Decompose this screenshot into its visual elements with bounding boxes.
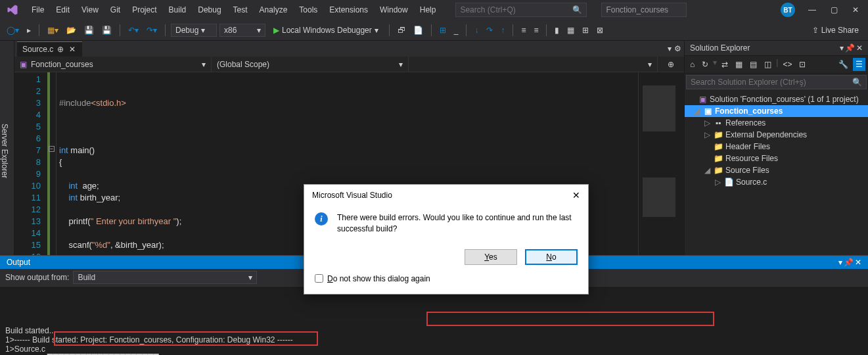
dialog-message: There were build errors. Would you like … <box>337 212 578 235</box>
dont-show-checkbox[interactable] <box>315 274 323 283</box>
output-menu-button[interactable]: ▾ <box>838 258 842 267</box>
context-member-dropdown[interactable]: ▾ <box>409 57 658 72</box>
tb-icon-b[interactable]: ≡ <box>531 24 541 37</box>
sol-tb-c[interactable]: ◫ <box>762 58 774 71</box>
fold-button[interactable]: − <box>49 146 55 152</box>
sol-refresh-button[interactable]: ↻ <box>699 58 711 71</box>
undo-button[interactable]: ↶▾ <box>126 24 141 37</box>
tb-icon-1[interactable]: 🗗 <box>395 24 408 37</box>
global-search-input[interactable] <box>460 5 572 14</box>
sol-tb-e[interactable]: ⊡ <box>796 58 808 71</box>
sol-filter-button[interactable]: ☰ <box>853 58 865 71</box>
config-dropdown[interactable]: Debug▾ <box>171 24 217 37</box>
solution-name-box[interactable]: Fonction_courses <box>601 3 687 17</box>
close-window-button[interactable]: ✕ <box>850 4 861 16</box>
dialog-close-button[interactable]: ✕ <box>572 190 580 201</box>
solution-search[interactable]: 🔍 <box>686 75 867 89</box>
sol-home-button[interactable]: ⌂ <box>687 58 697 71</box>
sol-sync-button[interactable]: ⇄ <box>719 58 731 71</box>
menu-view[interactable]: View <box>76 3 104 17</box>
open-file-button[interactable]: 📂 <box>64 24 79 37</box>
minimize-button[interactable]: — <box>806 4 818 16</box>
user-avatar[interactable]: BT <box>781 3 795 17</box>
expand-icon[interactable]: ◢ <box>703 166 711 175</box>
context-project-dropdown[interactable]: ▣ Fonction_courses ▾ <box>14 57 212 72</box>
save-button[interactable]: 💾 <box>81 24 97 37</box>
tb-icon-4[interactable]: _ <box>451 24 461 37</box>
menu-help[interactable]: Help <box>415 3 442 17</box>
pin-icon[interactable]: ⊕ <box>57 45 64 54</box>
dialog-no-button[interactable]: No <box>525 249 578 265</box>
tb-icon-f[interactable]: ⊠ <box>594 24 606 37</box>
menu-project[interactable]: Project <box>127 3 162 17</box>
menubar: File Edit View Git Project Build Debug T… <box>0 0 868 20</box>
new-project-button[interactable]: ▦▾ <box>45 24 61 37</box>
live-share-button[interactable]: ⇪ Live Share <box>807 24 864 37</box>
sol-tb-b[interactable]: ▤ <box>747 58 760 71</box>
expand-icon[interactable]: ▷ <box>703 118 711 128</box>
output-source-dropdown[interactable]: Build▾ <box>73 271 257 284</box>
tb-icon-a[interactable]: ≡ <box>518 24 528 37</box>
minimap[interactable] <box>638 72 684 255</box>
tab-dropdown-button[interactable]: ▾ <box>668 44 672 53</box>
menu-test[interactable]: Test <box>228 3 253 17</box>
output-pin-button[interactable]: 📌 <box>844 258 854 267</box>
menu-debug[interactable]: Debug <box>193 3 226 17</box>
expand-icon[interactable]: ▷ <box>703 130 711 139</box>
tab-settings-icon[interactable]: ⚙ <box>674 44 681 53</box>
tree-source-files[interactable]: ◢📁 Source Files <box>685 164 868 176</box>
platform-dropdown[interactable]: x86▾ <box>219 24 265 37</box>
output-close-button[interactable]: ✕ <box>855 258 861 267</box>
menu-git[interactable]: Git <box>105 3 126 17</box>
tb-icon-c[interactable]: ▮ <box>552 24 562 37</box>
tree-references[interactable]: ▷▪▪ References <box>685 117 868 129</box>
menu-window[interactable]: Window <box>375 3 413 17</box>
global-search[interactable]: 🔍 <box>455 3 587 17</box>
menu-analyze[interactable]: Analyze <box>254 3 293 17</box>
menu-file[interactable]: File <box>26 3 49 17</box>
save-all-button[interactable]: 💾 <box>99 24 114 37</box>
start-debug-button[interactable]: ▶ Local Windows Debugger ▾ <box>268 24 384 37</box>
context-scope-dropdown[interactable]: (Global Scope) ▾ <box>212 57 409 72</box>
menu-build[interactable]: Build <box>164 3 192 17</box>
sol-tb-d[interactable]: <> <box>780 58 794 71</box>
server-explorer-tab[interactable]: Server Explorer <box>0 41 14 255</box>
tb-icon-3[interactable]: ⊞ <box>437 24 449 37</box>
panel-pin-button[interactable]: 📌 <box>845 43 855 53</box>
tb-icon-e[interactable]: ⊞ <box>580 24 591 37</box>
expand-icon[interactable]: ◢ <box>693 106 700 116</box>
tb-icon-2[interactable]: 📄 <box>411 24 426 37</box>
step-over-button[interactable]: ↷ <box>484 24 495 37</box>
menu-tools[interactable]: Tools <box>294 3 323 17</box>
tree-source-c[interactable]: ▷📄 Source.c <box>685 176 868 188</box>
tree-resource-files[interactable]: 📁 Resource Files <box>685 153 868 164</box>
maximize-button[interactable]: ▢ <box>828 4 840 16</box>
sol-tb-a[interactable]: ▦ <box>733 58 745 71</box>
menu-edit[interactable]: Edit <box>51 3 75 17</box>
split-view-button[interactable]: ⊕ <box>668 60 674 69</box>
output-text[interactable]: Build started...1>------ Build started: … <box>0 287 868 355</box>
tb-icon-d[interactable]: ▦ <box>564 24 577 37</box>
expand-icon[interactable]: ▷ <box>714 178 721 187</box>
step-into-button[interactable]: ↓ <box>472 24 481 37</box>
tree-ext-deps[interactable]: ▷📁 External Dependencies <box>685 129 868 141</box>
step-out-button[interactable]: ↑ <box>498 24 507 37</box>
tree-project[interactable]: ◢▣ Fonction_courses <box>685 105 868 117</box>
nav-back-button[interactable]: ◯▾ <box>4 24 22 37</box>
solution-explorer-title: Solution Explorer <box>690 43 750 53</box>
menu-extensions[interactable]: Extensions <box>324 3 373 17</box>
panel-menu-button[interactable]: ▾ <box>840 43 844 53</box>
file-tab-source-c[interactable]: Source.c ⊕ ✕ <box>17 41 82 57</box>
references-icon: ▪▪ <box>714 118 723 128</box>
dialog-yes-button[interactable]: Yes <box>465 249 517 265</box>
nav-fwd-button[interactable]: ▸ <box>24 24 34 37</box>
panel-close-button[interactable]: ✕ <box>856 43 863 53</box>
redo-button[interactable]: ↷▾ <box>144 24 160 37</box>
tree-header-files[interactable]: 📁 Header Files <box>685 141 868 153</box>
build-error-dialog: Microsoft Visual Studio ✕ i There were b… <box>304 184 589 295</box>
close-tab-button[interactable]: ✕ <box>68 45 77 54</box>
sol-properties-button[interactable]: 🔧 <box>836 58 851 71</box>
tree-solution-root[interactable]: ▣ Solution 'Fonction_courses' (1 of 1 pr… <box>685 93 868 105</box>
solution-icon: ▣ <box>698 95 707 104</box>
solution-search-input[interactable] <box>691 78 852 87</box>
